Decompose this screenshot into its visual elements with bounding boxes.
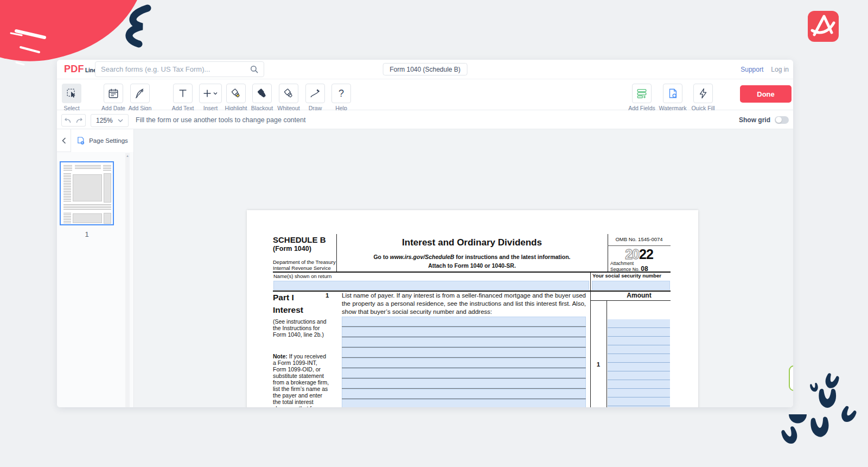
form-goto-line: Go to www.irs.gov/ScheduleB for instruct… <box>336 254 608 260</box>
form-title: Interest and Ordinary Dividends <box>336 237 608 248</box>
amount-row-field[interactable] <box>608 371 670 380</box>
redo-button[interactable] <box>73 114 86 127</box>
done-button[interactable]: Done <box>740 85 792 103</box>
amount-row-field[interactable] <box>608 337 670 345</box>
document-page: SCHEDULE B (Form 1040) Department of the… <box>247 210 698 407</box>
question-icon: ? <box>331 84 351 103</box>
line1-number: 1 <box>326 292 329 299</box>
pdfliner-app-window: PDF Liner Form 1040 (Schedule B) Support… <box>57 60 793 407</box>
ssn-label: Your social security number <box>592 273 661 279</box>
payer-row-field[interactable] <box>342 378 586 388</box>
names-label: Name(s) shown on return <box>273 273 331 279</box>
undo-button[interactable] <box>61 114 74 127</box>
irs-text: Internal Revenue Service <box>273 265 331 271</box>
scroll-up-arrow[interactable]: ▲ <box>125 154 130 157</box>
support-link[interactable]: Support <box>741 66 763 73</box>
blackout-marker-icon <box>252 84 272 103</box>
form-1040-subheading: (Form 1040) <box>273 245 311 253</box>
highlighter-icon <box>226 84 246 103</box>
whiteout-marker-icon <box>279 84 298 103</box>
help-button[interactable]: ? Help <box>326 84 357 111</box>
chevron-down-icon <box>118 119 123 122</box>
schedule-b-heading: SCHEDULE B <box>273 235 326 244</box>
amount-row-field[interactable] <box>608 380 670 389</box>
line1-text: List name of payer. If any interest is f… <box>342 292 586 316</box>
editor-hint-text: Fill the form or use another tools to ch… <box>136 110 305 129</box>
form-attach-line: Attach to Form 1040 or 1040-SR. <box>336 262 608 269</box>
amount-row-field[interactable] <box>608 328 670 337</box>
undo-icon <box>64 117 72 124</box>
select-tool-button[interactable]: Select <box>57 84 87 111</box>
search-icon[interactable] <box>250 65 258 73</box>
amount-row-field[interactable] <box>608 345 670 354</box>
amount-row-field[interactable] <box>608 363 670 371</box>
select-cursor-icon <box>62 84 81 103</box>
header-links: Support Log in <box>741 60 789 79</box>
main-toolbar: Select Add Date <box>57 79 793 110</box>
navy-squiggle-decoration <box>108 3 160 54</box>
quick-fill-button[interactable]: Quick Fill <box>687 84 719 111</box>
amount-row-field[interactable] <box>608 354 670 363</box>
show-grid-control: Show grid <box>739 110 789 129</box>
editor-content-area: Page Settings 1 ▲ <box>57 129 793 407</box>
names-input-field[interactable] <box>273 281 589 290</box>
page-settings-button[interactable]: Page Settings <box>71 129 133 152</box>
omb-number: OMB No. 1545-0074 <box>608 236 671 242</box>
amount-row-field[interactable] <box>608 397 670 406</box>
add-fields-icon <box>632 84 652 103</box>
draw-pen-icon <box>305 84 325 103</box>
pdf-app-icon <box>808 11 839 42</box>
logo-pdf-text: PDF <box>64 64 84 74</box>
search-input[interactable] <box>101 65 250 73</box>
payer-row-field[interactable] <box>342 348 586 357</box>
amount-row-field[interactable] <box>608 319 670 328</box>
part1-note: Note: If you received a Form 1099-INT, F… <box>273 353 330 407</box>
page-thumbnail-1[interactable] <box>60 161 114 225</box>
app-header: PDF Liner Form 1040 (Schedule B) Support… <box>57 60 793 79</box>
zoom-level-select[interactable]: 125% <box>91 114 129 127</box>
login-link[interactable]: Log in <box>771 66 789 73</box>
payer-row-field[interactable] <box>342 327 586 337</box>
side-widget-partial[interactable] <box>789 365 793 391</box>
current-form-name: Form 1040 (Schedule B) <box>382 63 468 75</box>
form-year: 2022 <box>608 247 671 262</box>
show-grid-toggle[interactable] <box>775 116 789 124</box>
watermark-doc-icon <box>663 84 682 103</box>
payer-row-field[interactable] <box>342 317 586 326</box>
add-sign-button[interactable]: Add Sign <box>124 84 156 111</box>
page-settings-icon <box>76 136 86 146</box>
part1-see-instructions: (See instructions and the Instructions f… <box>273 318 328 338</box>
attachment-sequence: Attachment Sequence No. 08 <box>610 261 648 272</box>
sidebar-collapse-button[interactable] <box>57 129 71 152</box>
signature-pen-icon <box>130 84 150 103</box>
dept-treasury-text: Department of the Treasury <box>273 259 336 265</box>
payer-row-field[interactable] <box>342 389 586 399</box>
amount-row-field[interactable] <box>608 406 670 407</box>
plus-icon <box>199 84 222 103</box>
payer-row-field[interactable] <box>342 358 586 368</box>
screen: PDF Liner Form 1040 (Schedule B) Support… <box>0 0 868 467</box>
redo-icon <box>75 117 83 124</box>
page-number-label: 1 <box>60 230 114 238</box>
line1-box-number: 1 <box>590 361 607 368</box>
show-grid-label: Show grid <box>739 116 770 124</box>
ssn-input-field[interactable] <box>592 281 670 290</box>
sidebar-scrollbar[interactable]: ▲ <box>125 153 130 407</box>
add-fields-button[interactable]: Add Fields <box>626 84 658 111</box>
page-settings-label: Page Settings <box>89 137 128 144</box>
payer-row-field[interactable] <box>342 399 586 407</box>
irs-url: www.irs.gov/ScheduleB <box>390 254 455 260</box>
amount-column-header: Amount <box>608 292 671 299</box>
pdfliner-logo[interactable]: PDF Liner <box>64 64 98 74</box>
amount-row-field[interactable] <box>608 389 670 397</box>
watermark-button[interactable]: Watermark <box>657 84 688 111</box>
payer-row-field[interactable] <box>342 368 586 378</box>
calendar-icon <box>104 84 123 103</box>
sidebar-header: Page Settings <box>57 129 133 152</box>
line1-amount-fields <box>608 319 670 407</box>
pages-sidebar: Page Settings 1 ▲ <box>57 129 134 407</box>
line1-payer-fields <box>342 317 586 407</box>
text-tool-icon <box>173 84 193 103</box>
lightning-icon <box>693 84 713 103</box>
payer-row-field[interactable] <box>342 337 586 347</box>
